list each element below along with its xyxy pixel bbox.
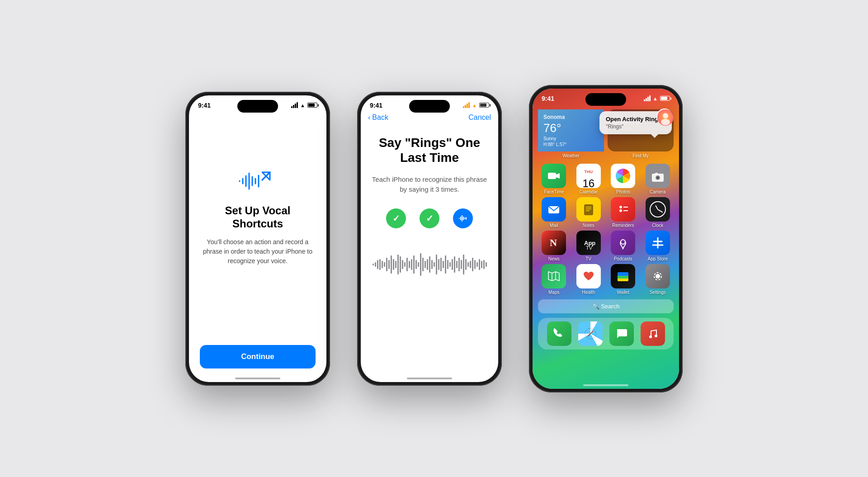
dock-app-safari[interactable] xyxy=(578,321,603,346)
svg-rect-38 xyxy=(425,261,426,268)
dock-app-phone[interactable] xyxy=(547,321,571,346)
app-item-clock[interactable]: Clock xyxy=(642,197,674,228)
back-button[interactable]: ‹ Back xyxy=(368,113,388,122)
time-3: 9:41 xyxy=(542,95,554,102)
dock-safari-icon xyxy=(578,321,603,346)
svg-rect-74 xyxy=(655,173,658,175)
battery-icon-3 xyxy=(660,96,670,101)
app-item-health[interactable]: Health xyxy=(573,264,605,295)
app-item-appstore[interactable]: App Store xyxy=(642,231,674,261)
app-item-settings[interactable]: Settings xyxy=(642,264,674,295)
indicators-row: ✓ ✓ xyxy=(386,208,473,228)
appstore-svg xyxy=(651,236,665,250)
phone1-content: Set Up Vocal Shortcuts You'll choose an … xyxy=(189,111,326,338)
svg-rect-42 xyxy=(434,262,435,267)
reminders-label: Reminders xyxy=(612,223,634,228)
svg-rect-19 xyxy=(382,261,383,268)
svg-line-100 xyxy=(590,331,593,334)
phone2-content: Say "Rings" One Last Time Teach iPhone t… xyxy=(361,126,498,382)
svg-rect-50 xyxy=(452,259,453,270)
avatar xyxy=(656,109,673,125)
status-icons-3: ▲ xyxy=(644,95,670,101)
svg-rect-60 xyxy=(474,260,476,269)
reminders-svg xyxy=(616,203,630,216)
svg-rect-31 xyxy=(409,261,410,268)
svg-rect-22 xyxy=(388,260,390,269)
notes-icon xyxy=(576,197,601,222)
mail-label: Mail xyxy=(550,223,558,228)
weather-widget[interactable]: Sonoma 76° Sunny H:88° L:57° xyxy=(538,109,604,151)
phone3-content: 9:41 ▲ xyxy=(533,89,679,389)
phone-3: 9:41 ▲ xyxy=(529,85,683,392)
app-item-tv[interactable]: Apple TV TV xyxy=(573,231,605,261)
svg-line-101 xyxy=(588,334,590,336)
svg-rect-59 xyxy=(472,258,473,271)
dock-app-music[interactable] xyxy=(641,321,665,346)
svg-rect-28 xyxy=(402,260,403,269)
indicator-2: ✓ xyxy=(420,208,439,228)
news-svg: N xyxy=(547,236,561,250)
app-grid: FaceTime THU 16 xyxy=(533,162,679,297)
wifi-icon-1: ▲ xyxy=(300,103,305,108)
say-rings-description: Teach iPhone to recognize this phrase by… xyxy=(372,175,487,195)
home-indicator-1 xyxy=(235,378,280,379)
dock-phone-icon xyxy=(547,321,571,346)
app-item-podcasts[interactable]: Podcasts xyxy=(607,231,639,261)
cancel-button[interactable]: Cancel xyxy=(468,113,491,122)
say-rings-title: Say "Rings" One Last Time xyxy=(372,135,487,165)
svg-rect-30 xyxy=(406,258,408,271)
svg-rect-76 xyxy=(584,204,593,215)
svg-rect-16 xyxy=(375,262,376,267)
app-item-calendar[interactable]: THU 16 Calendar xyxy=(573,164,605,194)
tooltip-arrow xyxy=(651,134,658,138)
svg-rect-63 xyxy=(481,261,482,268)
signal-icon-3 xyxy=(644,95,651,101)
podcasts-label: Podcasts xyxy=(614,256,632,261)
app-item-mail[interactable]: Mail xyxy=(538,197,570,228)
svg-rect-37 xyxy=(422,258,424,271)
camera-label: Camera xyxy=(650,189,666,194)
app-item-facetime[interactable]: FaceTime xyxy=(538,164,570,194)
audio-waveform xyxy=(372,251,487,280)
svg-rect-96 xyxy=(618,272,628,276)
status-icons-1: ▲ xyxy=(291,102,317,108)
svg-rect-65 xyxy=(486,262,487,267)
status-icons-2: ▲ xyxy=(463,102,489,108)
time-1: 9:41 xyxy=(198,102,211,109)
dock-app-messages[interactable] xyxy=(609,321,634,346)
phone1-description: You'll choose an action and record a phr… xyxy=(203,237,313,266)
mail-svg xyxy=(547,203,561,216)
dynamic-island-1 xyxy=(237,100,278,113)
mail-icon xyxy=(542,197,566,222)
phone-1: 9:41 ▲ xyxy=(185,92,330,386)
app-item-maps[interactable]: Maps xyxy=(538,264,570,295)
svg-rect-53 xyxy=(458,258,460,271)
svg-rect-56 xyxy=(465,259,467,270)
clock-label: Clock xyxy=(652,223,663,228)
app-item-reminders[interactable]: Reminders xyxy=(607,197,639,228)
svg-rect-48 xyxy=(447,260,448,269)
waveform-svg xyxy=(237,169,278,194)
app-item-news[interactable]: N News xyxy=(538,231,570,261)
battery-icon-1 xyxy=(307,103,317,108)
search-icon: 🔍 xyxy=(592,303,599,310)
search-bar[interactable]: 🔍 Search xyxy=(538,299,674,313)
svg-rect-33 xyxy=(413,255,415,274)
app-item-notes[interactable]: Notes xyxy=(573,197,605,228)
continue-button[interactable]: Continue xyxy=(200,345,316,368)
music-icon-svg xyxy=(646,327,659,340)
svg-point-67 xyxy=(663,113,668,118)
calendar-month: THU xyxy=(585,170,593,174)
tv-svg: Apple TV xyxy=(582,236,595,250)
svg-rect-15 xyxy=(373,264,374,265)
app-item-wallet[interactable]: Wallet xyxy=(607,264,639,295)
svg-rect-45 xyxy=(440,258,442,271)
phone-icon-svg xyxy=(553,327,566,340)
phone1-screen: 9:41 ▲ xyxy=(189,95,326,382)
app-item-camera[interactable]: Camera xyxy=(642,164,674,194)
app-item-photos[interactable]: Photos xyxy=(607,164,639,194)
svg-rect-25 xyxy=(395,261,396,268)
maps-icon xyxy=(542,264,566,288)
svg-rect-46 xyxy=(443,261,444,268)
signal-icon-2 xyxy=(463,102,470,108)
